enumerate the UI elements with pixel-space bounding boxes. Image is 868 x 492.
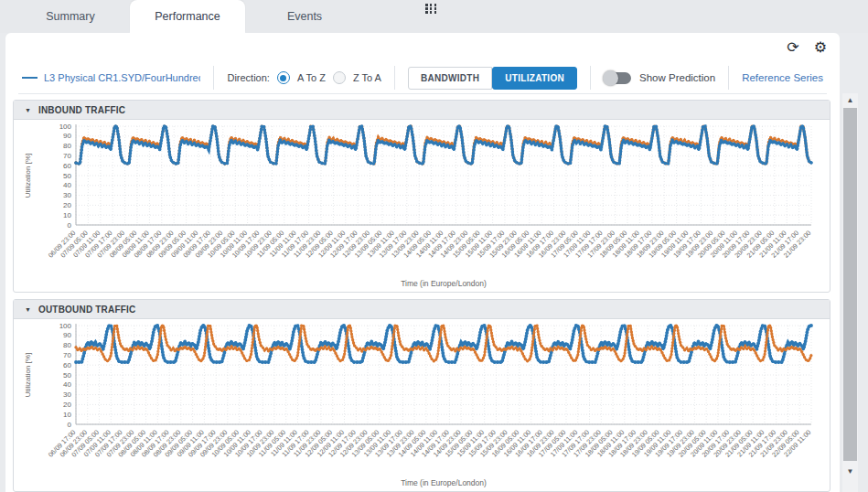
inbound-traffic-chart: 0102030405060708090100Utilization [%]06/… [17,121,826,291]
outbound-traffic-chart: 0102030405060708090100Utilization [%]06/… [17,320,826,490]
legend-label: L3 Physical CR1.SYD/FourHundredGigE0/0/1… [44,72,200,83]
toolbar-divider [18,93,827,94]
svg-text:30: 30 [63,191,71,199]
scroll-down-arrow-icon[interactable]: ▼ [842,465,858,478]
content-card: ⟳ ⚙ L3 Physical CR1.SYD/FourHundredGigE0… [5,33,840,492]
svg-text:0: 0 [68,221,72,230]
bandwidth-button[interactable]: BANDWIDTH [408,67,492,90]
radio-z-to-a[interactable] [333,71,346,84]
svg-text:30: 30 [63,390,71,399]
svg-text:100: 100 [59,123,72,131]
svg-text:10: 10 [63,411,71,419]
inbound-traffic-panel: ▼ INBOUND TRAFFIC 0102030405060708090100… [13,100,830,293]
mode-segmented-control: BANDWIDTH UTILIZATION [408,67,577,90]
inbound-panel-header[interactable]: ▼ INBOUND TRAFFIC [14,101,830,120]
svg-text:10: 10 [63,211,71,219]
radio-a-to-z[interactable] [277,71,290,84]
svg-text:20: 20 [63,401,71,409]
svg-text:90: 90 [63,132,71,140]
svg-text:100: 100 [59,322,72,330]
collapse-caret-icon[interactable]: ▼ [25,107,31,113]
utilization-button[interactable]: UTILIZATION [492,67,577,90]
grid-handle-icon[interactable] [425,4,437,13]
show-prediction-toggle-group: Show Prediction [604,72,715,84]
divider [728,66,729,90]
radio-z-to-a-label: Z To A [353,72,381,83]
svg-text:Time (in Europe/London): Time (in Europe/London) [401,478,487,487]
chart-toolbar: L3 Physical CR1.SYD/FourHundredGigE0/0/1… [5,62,840,93]
radio-a-to-z-label: A To Z [297,72,326,83]
svg-text:Utilization [%]: Utilization [%] [24,353,32,397]
svg-text:20: 20 [63,201,71,209]
divider [590,66,591,90]
svg-text:Time (in Europe/London): Time (in Europe/London) [401,279,487,288]
svg-text:0: 0 [68,421,72,429]
refresh-icon[interactable]: ⟳ [787,40,798,55]
svg-text:60: 60 [63,361,71,369]
tab-events[interactable]: Events [247,0,362,33]
divider [213,66,214,90]
svg-text:Utilization [%]: Utilization [%] [24,154,32,198]
svg-text:40: 40 [63,380,71,389]
inbound-panel-title: INBOUND TRAFFIC [38,105,125,115]
svg-text:80: 80 [63,341,71,349]
direction-label: Direction: [227,72,269,83]
outbound-traffic-panel: ▼ OUTBOUND TRAFFIC 010203040506070809010… [13,299,830,492]
card-actions: ⟳ ⚙ [787,40,827,55]
outbound-panel-header[interactable]: ▼ OUTBOUND TRAFFIC [14,300,830,319]
svg-text:90: 90 [63,331,71,339]
show-prediction-label: Show Prediction [639,72,715,83]
svg-text:70: 70 [63,152,71,160]
direction-group: Direction: A To Z Z To A [227,71,380,84]
settings-gear-icon[interactable]: ⚙ [814,40,827,55]
tab-bar: Summary Performance Events [0,0,868,33]
svg-text:60: 60 [63,162,71,170]
series-legend: L3 Physical CR1.SYD/FourHundredGigE0/0/1… [22,72,200,83]
tab-summary[interactable]: Summary [13,0,128,33]
divider [394,66,395,90]
svg-text:50: 50 [63,371,71,380]
svg-text:70: 70 [63,351,71,359]
svg-text:40: 40 [63,181,71,189]
vertical-scrollbar[interactable]: ▲ ▼ [842,93,858,492]
collapse-caret-icon[interactable]: ▼ [25,306,31,313]
show-prediction-toggle[interactable] [604,72,631,84]
legend-line-swatch [22,77,38,79]
reference-series-link[interactable]: Reference Series [742,72,823,83]
outbound-panel-title: OUTBOUND TRAFFIC [38,305,136,315]
svg-text:80: 80 [63,142,71,150]
tab-performance[interactable]: Performance [130,0,245,33]
svg-text:50: 50 [63,172,71,180]
scroll-up-arrow-icon[interactable]: ▲ [842,93,858,107]
scrollbar-thumb[interactable] [843,108,857,461]
